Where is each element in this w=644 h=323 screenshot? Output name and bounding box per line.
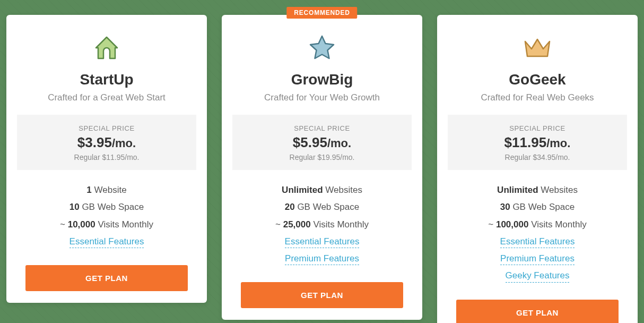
house-icon xyxy=(93,32,120,64)
feature-space: 20 GB Web Space xyxy=(222,199,422,216)
price-regular: Regular $34.95/mo. xyxy=(448,153,627,162)
price-line: $11.95/mo. xyxy=(448,134,627,151)
crown-icon xyxy=(522,32,553,64)
plan-tagline: Crafted for Real Web Geeks xyxy=(481,92,594,103)
geeky-features-link[interactable]: Geeky Features xyxy=(506,270,570,282)
price-label: SPECIAL PRICE xyxy=(448,124,627,132)
price-value: $3.95 xyxy=(77,134,112,150)
plan-name: GoGeek xyxy=(509,71,565,88)
price-unit: /mo. xyxy=(112,137,136,150)
price-line: $5.95/mo. xyxy=(232,134,412,151)
feature-websites: Unlimited Websites xyxy=(437,182,638,199)
feature-websites: 1 Website xyxy=(6,182,207,199)
get-plan-button[interactable]: GET PLAN xyxy=(456,300,619,323)
price-box: SPECIAL PRICE $5.95/mo. Regular $19.95/m… xyxy=(232,115,412,170)
plan-name: GrowBig xyxy=(291,71,353,88)
feature-visits: ~ 100,000 Visits Monthly xyxy=(437,216,638,233)
price-value: $5.95 xyxy=(293,134,327,150)
plan-card-gogeek: GoGeek Crafted for Real Web Geeks SPECIA… xyxy=(437,15,638,323)
feature-visits: ~ 25,000 Visits Monthly xyxy=(222,216,422,233)
price-box: SPECIAL PRICE $11.95/mo. Regular $34.95/… xyxy=(448,115,627,170)
price-value: $11.95 xyxy=(504,134,547,150)
price-line: $3.95/mo. xyxy=(17,134,196,151)
feature-visits: ~ 10,000 Visits Monthly xyxy=(6,216,207,233)
features-list: Unlimited Websites 20 GB Web Space ~ 25,… xyxy=(222,182,422,267)
price-label: SPECIAL PRICE xyxy=(232,124,412,132)
plan-name: StartUp xyxy=(80,71,133,88)
premium-features-link[interactable]: Premium Features xyxy=(285,253,359,265)
features-list: Unlimited Websites 30 GB Web Space ~ 100… xyxy=(437,182,638,285)
price-unit: /mo. xyxy=(546,137,570,150)
premium-features-link[interactable]: Premium Features xyxy=(500,253,575,265)
get-plan-button[interactable]: GET PLAN xyxy=(241,282,403,308)
plan-card-startup: StartUp Crafted for a Great Web Start SP… xyxy=(6,15,207,303)
price-regular: Regular $11.95/mo. xyxy=(17,153,196,162)
get-plan-button[interactable]: GET PLAN xyxy=(25,265,188,291)
price-unit: /mo. xyxy=(327,137,351,150)
price-box: SPECIAL PRICE $3.95/mo. Regular $11.95/m… xyxy=(17,115,196,170)
recommended-badge: RECOMMENDED xyxy=(286,7,357,19)
plan-card-growbig: RECOMMENDED GrowBig Crafted for Your Web… xyxy=(222,15,422,320)
features-list: 1 Website 10 GB Web Space ~ 10,000 Visit… xyxy=(6,182,207,250)
essential-features-link[interactable]: Essential Features xyxy=(69,236,144,248)
feature-websites: Unlimited Websites xyxy=(222,182,422,199)
essential-features-link[interactable]: Essential Features xyxy=(500,236,575,248)
plan-tagline: Crafted for a Great Web Start xyxy=(48,92,166,103)
feature-space: 30 GB Web Space xyxy=(437,199,638,216)
feature-space: 10 GB Web Space xyxy=(6,199,207,216)
essential-features-link[interactable]: Essential Features xyxy=(285,236,360,248)
price-regular: Regular $19.95/mo. xyxy=(232,153,412,162)
star-icon xyxy=(308,32,336,64)
plan-tagline: Crafted for Your Web Growth xyxy=(264,92,380,103)
price-label: SPECIAL PRICE xyxy=(17,124,196,132)
